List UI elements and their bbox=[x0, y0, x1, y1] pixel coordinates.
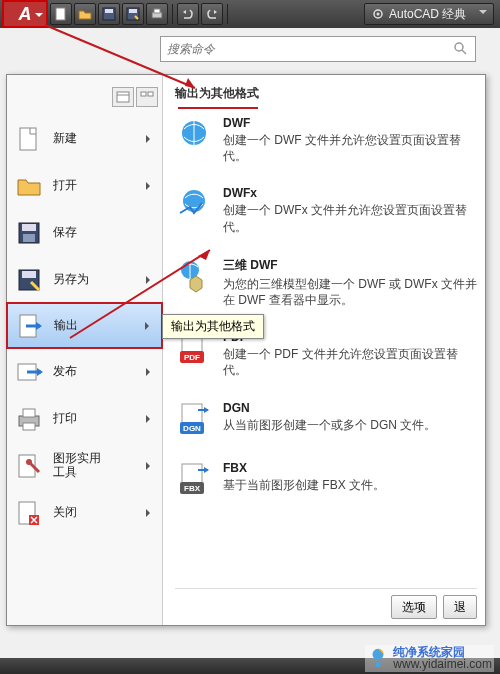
svg-rect-18 bbox=[23, 234, 35, 242]
submenu-arrow-icon bbox=[146, 276, 154, 284]
recent-grid-icon[interactable] bbox=[136, 87, 158, 107]
save-icon[interactable] bbox=[98, 3, 120, 25]
3ddwf-icon bbox=[175, 257, 213, 295]
svg-rect-25 bbox=[23, 423, 35, 430]
submenu-arrow-icon bbox=[146, 135, 154, 143]
gear-icon bbox=[371, 7, 385, 21]
fbx-icon: FBX bbox=[175, 461, 213, 499]
print-icon[interactable] bbox=[146, 3, 168, 25]
publish-icon bbox=[13, 356, 45, 388]
panel-title: 输出为其他格式 bbox=[175, 85, 477, 102]
saveas-disk-icon bbox=[13, 264, 45, 296]
svg-text:DGN: DGN bbox=[183, 424, 201, 433]
workspace-selector[interactable]: AutoCAD 经典 bbox=[364, 3, 494, 25]
open-folder-icon bbox=[13, 170, 45, 202]
submenu-arrow-icon bbox=[145, 322, 153, 330]
menu-item-new[interactable]: 新建 bbox=[7, 115, 162, 162]
svg-rect-11 bbox=[117, 92, 129, 102]
svg-point-44 bbox=[376, 662, 382, 668]
search-input[interactable] bbox=[167, 42, 453, 56]
submenu-arrow-icon bbox=[146, 182, 154, 190]
menu-item-print[interactable]: 打印 bbox=[7, 395, 162, 442]
new-file-icon bbox=[13, 123, 45, 155]
watermark: 纯净系统家园 www.yidaimei.com bbox=[365, 645, 494, 672]
svg-point-8 bbox=[377, 13, 380, 16]
export-icon bbox=[14, 310, 46, 342]
redo-icon[interactable] bbox=[201, 3, 223, 25]
svg-rect-6 bbox=[154, 9, 160, 13]
dgn-icon: DGN bbox=[175, 401, 213, 439]
recent-list-icon[interactable] bbox=[112, 87, 134, 107]
svg-text:PDF: PDF bbox=[184, 353, 200, 362]
options-button[interactable]: 选项 bbox=[391, 595, 437, 619]
svg-rect-17 bbox=[22, 224, 36, 231]
menu-footer: 选项 退 bbox=[175, 588, 477, 619]
menu-item-export[interactable]: 输出 bbox=[6, 302, 163, 349]
export-option-3ddwf[interactable]: 三维 DWF 为您的三维模型创建一个 DWF 或 DWFx 文件并在 DWF 查… bbox=[175, 253, 477, 312]
watermark-logo-icon bbox=[367, 647, 389, 669]
app-menu: 新建 打开 保存 另存为 输出 发布 打印 bbox=[6, 74, 486, 626]
svg-rect-4 bbox=[129, 9, 137, 13]
undo-icon[interactable] bbox=[177, 3, 199, 25]
recent-view-toggle bbox=[112, 87, 158, 107]
svg-line-10 bbox=[462, 50, 466, 54]
export-panel: 输出为其他格式 DWF 创建一个 DWF 文件并允许您设置页面设置替代。 DWF… bbox=[163, 75, 485, 625]
open-icon[interactable] bbox=[74, 3, 96, 25]
svg-rect-0 bbox=[56, 8, 65, 20]
submenu-arrow-icon bbox=[146, 368, 154, 376]
saveas-icon[interactable] bbox=[122, 3, 144, 25]
svg-point-27 bbox=[26, 459, 32, 465]
close-file-icon bbox=[13, 497, 45, 529]
svg-rect-24 bbox=[23, 409, 35, 417]
dwfx-icon bbox=[175, 186, 213, 224]
svg-rect-20 bbox=[22, 271, 36, 278]
save-disk-icon bbox=[13, 217, 45, 249]
menu-item-utilities[interactable]: 图形实用 工具 bbox=[7, 442, 162, 489]
toolbar: A AutoCAD 经典 bbox=[0, 0, 500, 28]
menu-item-open[interactable]: 打开 bbox=[7, 162, 162, 209]
export-option-fbx[interactable]: FBX FBX 基于当前图形创建 FBX 文件。 bbox=[175, 457, 477, 503]
menu-item-close[interactable]: 关闭 bbox=[7, 489, 162, 536]
tooltip: 输出为其他格式 bbox=[162, 314, 264, 339]
search-bar[interactable] bbox=[160, 36, 476, 62]
svg-rect-2 bbox=[105, 9, 113, 13]
svg-text:FBX: FBX bbox=[184, 484, 201, 493]
app-menu-button[interactable]: A bbox=[2, 0, 48, 28]
exit-button[interactable]: 退 bbox=[443, 595, 477, 619]
export-option-dwf[interactable]: DWF 创建一个 DWF 文件并允许您设置页面设置替代。 bbox=[175, 112, 477, 168]
utilities-icon bbox=[13, 450, 45, 482]
annotation-underline bbox=[178, 107, 258, 109]
workspace-label: AutoCAD 经典 bbox=[389, 6, 466, 23]
svg-rect-15 bbox=[20, 128, 36, 150]
menu-item-publish[interactable]: 发布 bbox=[7, 348, 162, 395]
submenu-arrow-icon bbox=[146, 509, 154, 517]
dwf-icon bbox=[175, 116, 213, 154]
menu-item-save[interactable]: 保存 bbox=[7, 209, 162, 256]
export-option-dgn[interactable]: DGN DGN 从当前图形创建一个或多个 DGN 文件。 bbox=[175, 397, 477, 443]
export-option-dwfx[interactable]: DWFx 创建一个 DWFx 文件并允许您设置页面设置替代。 bbox=[175, 182, 477, 238]
search-icon[interactable] bbox=[453, 41, 469, 57]
printer-icon bbox=[13, 403, 45, 435]
new-icon[interactable] bbox=[50, 3, 72, 25]
svg-rect-14 bbox=[148, 92, 153, 96]
svg-rect-13 bbox=[141, 92, 146, 96]
submenu-arrow-icon bbox=[146, 462, 154, 470]
menu-left: 新建 打开 保存 另存为 输出 发布 打印 bbox=[7, 75, 163, 625]
submenu-arrow-icon bbox=[146, 415, 154, 423]
svg-point-9 bbox=[455, 43, 463, 51]
menu-item-saveas[interactable]: 另存为 bbox=[7, 256, 162, 303]
